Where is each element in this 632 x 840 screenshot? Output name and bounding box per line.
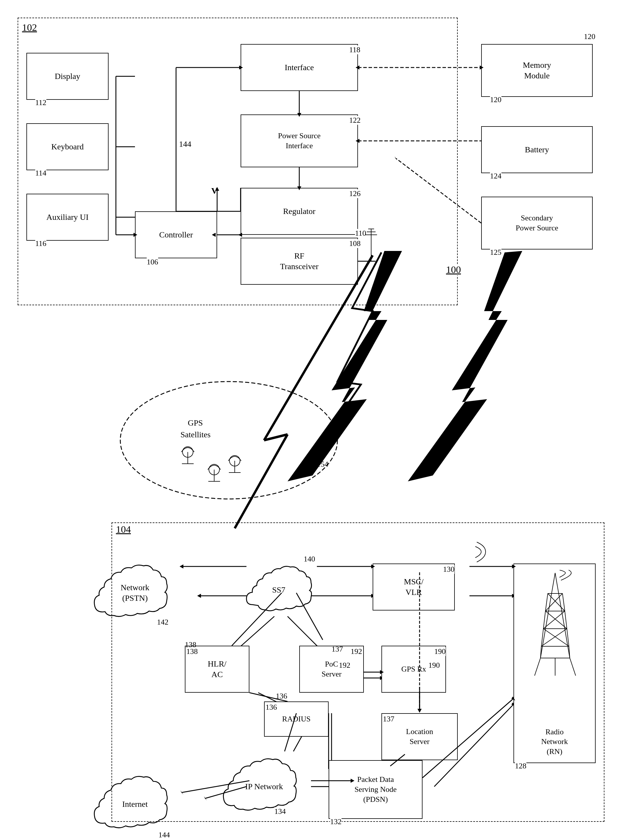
ss7-cloud: SS7 (241, 557, 317, 622)
radius-label: RADIUS (282, 714, 311, 724)
msc-vlr-box: MSC/VLR (373, 564, 455, 611)
memory-module-ref-top: 120 (584, 32, 595, 41)
rf-transceiver-ref: 108 (349, 239, 361, 248)
auxiliary-ui-box: Auxiliary UI (27, 194, 109, 241)
display-label: Display (55, 71, 80, 82)
auxiliary-ui-label: Auxiliary UI (46, 212, 88, 223)
system-ref: 100 (446, 264, 461, 275)
controller-ref: 106 (147, 258, 158, 267)
diagram: 102 Display 112 Keyboard 114 Auxiliary U… (0, 0, 632, 840)
controller-label: Controller (159, 229, 193, 240)
interface-label: Interface (285, 62, 314, 73)
svg-line-98 (570, 658, 576, 676)
display-box: Display (27, 53, 109, 100)
ip-network-ref: 134 (274, 807, 286, 816)
svg-point-41 (120, 382, 337, 499)
svg-line-88 (565, 611, 567, 629)
ss7-ref: 140 (304, 555, 315, 564)
secondary-power-ref: 125 (490, 248, 501, 257)
svg-point-48 (229, 456, 240, 466)
poc-server-label: PoCServer (322, 659, 342, 679)
ip-network-cloud: IP Network (217, 752, 311, 822)
battery-ref: 124 (490, 172, 501, 180)
antenna-ref: 110 (355, 229, 366, 238)
network-label: 104 (116, 524, 131, 535)
svg-line-83 (545, 594, 548, 611)
svg-line-37 (264, 434, 288, 440)
svg-line-90 (544, 611, 565, 629)
svg-point-51 (209, 464, 219, 475)
memory-module-ref: 120 (490, 95, 501, 104)
rf-transceiver-label: RFTransceiver (280, 251, 318, 272)
svg-line-84 (563, 594, 565, 611)
keyboard-box: Keyboard (27, 123, 109, 170)
svg-point-45 (183, 447, 193, 457)
regulator-ref: 126 (349, 189, 361, 198)
svg-line-38 (235, 434, 288, 528)
msc-vlr-ref: 130 (443, 565, 454, 574)
power-source-interface-ref: 122 (349, 116, 361, 125)
secondary-power-box: SecondaryPower Source (481, 197, 593, 249)
pdsn-box: Packet DataServing Node(PDSN) (329, 760, 422, 819)
pdsn-ref: 132 (330, 817, 342, 826)
svg-text:154: 154 (317, 460, 328, 469)
gps-rx-label: GPS Rx (401, 664, 426, 674)
location-server-label: LocationServer (406, 727, 433, 747)
svg-line-89 (545, 611, 567, 629)
battery-label: Battery (525, 144, 549, 155)
internet-ref: 144 (158, 831, 170, 839)
controller-box: Controller (135, 211, 217, 258)
memory-module-box: MemoryModule (481, 44, 593, 97)
svg-line-87 (544, 611, 545, 629)
location-server-ref: 137 (383, 715, 394, 723)
pstn-cloud: Network(PSTN) (88, 557, 182, 628)
hlr-ac-ref: 138 (186, 647, 198, 656)
internet-cloud: Internet (88, 769, 182, 839)
interface-ref: 118 (349, 46, 360, 54)
gps-rx-ref: 190 (434, 647, 446, 656)
ip-network-label: IP Network (245, 781, 283, 792)
internet-label: Internet (122, 799, 148, 810)
keyboard-label: Keyboard (51, 142, 84, 152)
memory-module-label: MemoryModule (523, 60, 551, 81)
radius-ref: 136 (266, 703, 277, 712)
svg-text:GPS: GPS (188, 418, 203, 427)
radio-network-label: RadioNetwork(RN) (541, 728, 568, 756)
regulator-box: Regulator (241, 188, 358, 235)
regulator-label: Regulator (283, 206, 315, 216)
radio-network-box: RadioNetwork(RN) (514, 564, 596, 763)
msc-vlr-label: MSC/VLR (404, 576, 424, 598)
battery-box: Battery (481, 126, 593, 173)
pdsn-label: Packet DataServing Node(PDSN) (355, 775, 397, 804)
poc-server-ref: 192 (351, 647, 362, 656)
rf-transceiver-box: RFTransceiver (241, 238, 358, 285)
power-source-interface-label: Power SourceInterface (278, 131, 320, 151)
pstn-label: Network(PSTN) (121, 582, 149, 604)
hlr-ac-label: HLR/AC (208, 658, 227, 680)
svg-line-97 (534, 658, 541, 676)
radio-network-ref: 128 (515, 762, 526, 771)
power-source-interface-box: Power SourceInterface (241, 114, 358, 167)
interface-box: Interface (241, 44, 358, 91)
ss7-label: SS7 (272, 585, 285, 595)
pstn-ref: 142 (157, 618, 169, 627)
secondary-power-label: SecondaryPower Source (515, 213, 558, 233)
display-ref: 112 (35, 98, 46, 107)
keyboard-ref: 114 (35, 169, 46, 178)
mobile-device-label: 102 (22, 22, 37, 33)
auxiliary-ui-ref: 116 (35, 239, 46, 248)
svg-text:Satellites: Satellites (180, 430, 211, 439)
